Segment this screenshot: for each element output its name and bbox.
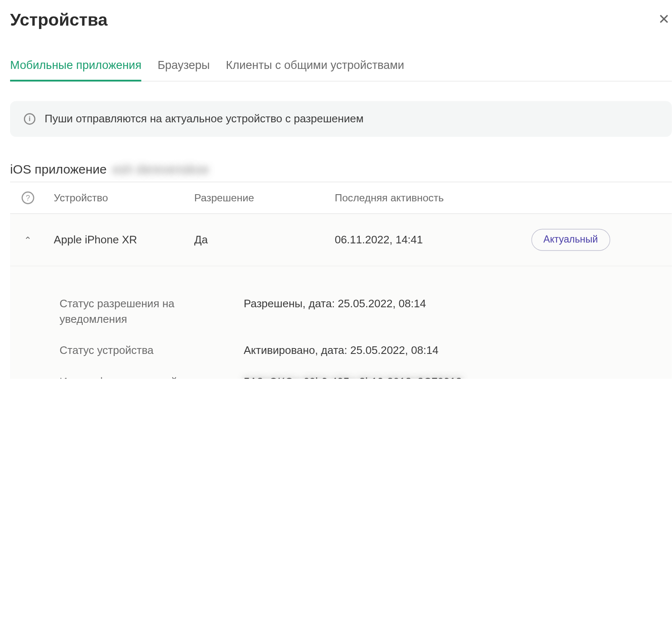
section-title: iOS приложение esh derevenskoe xyxy=(10,162,672,177)
close-icon[interactable]: ✕ xyxy=(656,10,672,29)
col-permission: Разрешение xyxy=(194,192,335,204)
detail-label: Идентификатор устройства xyxy=(60,375,232,379)
device-last-activity: 06.11.2022, 14:41 xyxy=(335,234,531,246)
detail-device-status: Статус устройства Активировано, дата: 25… xyxy=(54,335,672,367)
col-device: Устройство xyxy=(54,192,194,204)
tabs-bar: Мобильные приложения Браузеры Клиенты с … xyxy=(10,53,672,82)
col-last-activity: Последняя активность xyxy=(335,192,531,204)
device-permission: Да xyxy=(194,234,335,246)
section-title-text: iOS приложение xyxy=(10,162,107,177)
help-icon[interactable]: ? xyxy=(21,192,34,204)
device-details: Статус разрешения на уведомления Разреше… xyxy=(10,266,672,379)
detail-device-id: Идентификатор устройства 5A8eOKOe-60b3-4… xyxy=(54,367,672,379)
tab-shared-clients[interactable]: Клиенты с общими устройствами xyxy=(226,53,404,82)
device-name: Apple iPhone XR xyxy=(54,234,194,246)
detail-value: Активировано, дата: 25.05.2022, 08:14 xyxy=(244,343,666,358)
info-icon: i xyxy=(24,113,35,124)
info-banner-text: Пуши отправляются на актуальное устройст… xyxy=(45,113,363,125)
detail-label: Статус разрешения на уведомления xyxy=(60,296,232,327)
detail-value-blurred: 5A8eOKOe-60b3-435e-8b13-8018e8C70318 xyxy=(244,375,666,379)
detail-value: Разрешены, дата: 25.05.2022, 08:14 xyxy=(244,296,666,311)
status-badge: Актуальный xyxy=(531,229,610,251)
app-name-blurred: esh derevenskoe xyxy=(113,162,209,177)
chevron-up-icon[interactable]: ⌃ xyxy=(24,235,54,245)
detail-notification-status: Статус разрешения на уведомления Разреше… xyxy=(54,288,672,335)
tab-mobile-apps[interactable]: Мобильные приложения xyxy=(10,53,142,82)
table-header: ? Устройство Разрешение Последняя активн… xyxy=(10,182,672,214)
info-banner: i Пуши отправляются на актуальное устрой… xyxy=(10,101,672,137)
page-title: Устройства xyxy=(10,10,108,30)
tab-browsers[interactable]: Браузеры xyxy=(158,53,210,82)
device-row[interactable]: ⌃ Apple iPhone XR Да 06.11.2022, 14:41 А… xyxy=(10,214,672,266)
modal-header: Устройства ✕ xyxy=(10,10,672,30)
detail-label: Статус устройства xyxy=(60,343,232,358)
